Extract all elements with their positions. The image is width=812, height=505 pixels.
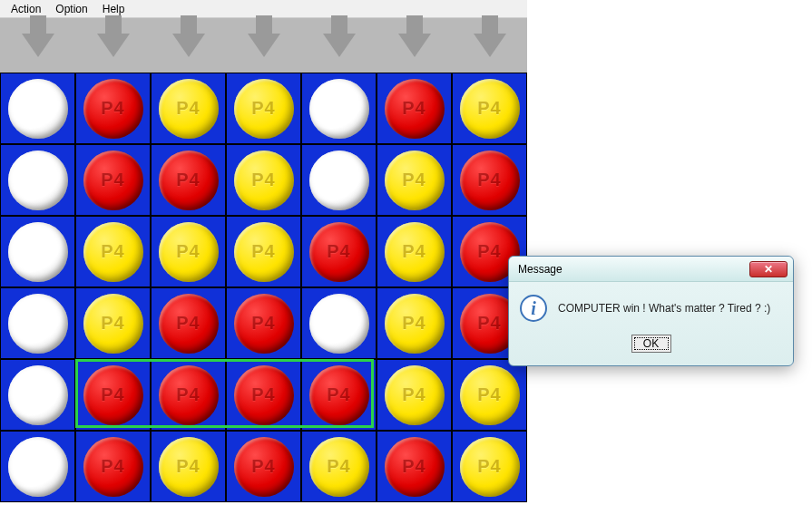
drop-column-6[interactable] — [452, 18, 527, 73]
board-cell: P4 — [301, 359, 377, 431]
drop-column-3[interactable] — [226, 18, 301, 73]
yellow-disc: P4 — [83, 222, 143, 282]
board-cell: P4 — [301, 431, 377, 502]
red-disc: P4 — [309, 222, 369, 282]
dialog-title: Message — [518, 263, 563, 276]
disc-label: P4 — [402, 170, 426, 190]
arrow-down-icon — [474, 34, 506, 57]
dialog-titlebar[interactable]: Message ✕ — [509, 257, 793, 282]
disc-label: P4 — [176, 456, 200, 477]
message-dialog: Message ✕ i COMPUTER win ! What's matter… — [508, 256, 794, 366]
board-cell: P4 — [377, 144, 452, 216]
yellow-disc: P4 — [159, 79, 219, 139]
yellow-disc: P4 — [234, 151, 294, 210]
disc-label: P4 — [402, 456, 426, 477]
board-row: P4P4P4P4P4P4P4 — [0, 216, 527, 287]
empty-slot: P4 — [8, 294, 68, 354]
disc-label: P4 — [477, 170, 501, 190]
yellow-disc: P4 — [385, 222, 445, 282]
yellow-disc: P4 — [460, 365, 520, 425]
disc-label: P4 — [402, 384, 426, 405]
drop-column-4[interactable] — [301, 18, 377, 73]
disc-label: P4 — [176, 170, 200, 190]
red-disc: P4 — [83, 365, 143, 425]
board-cell: P4 — [151, 73, 226, 144]
disc-label: P4 — [176, 98, 200, 119]
empty-slot: P4 — [8, 365, 68, 425]
disc-label: P4 — [477, 98, 501, 119]
disc-label: P4 — [251, 456, 275, 477]
board-cell: P4 — [377, 73, 452, 144]
menu-help[interactable]: Help — [95, 1, 132, 17]
board-cell: P4 — [377, 216, 452, 287]
red-disc: P4 — [159, 294, 219, 354]
empty-slot: P4 — [8, 151, 68, 210]
red-disc: P4 — [83, 79, 143, 139]
empty-slot: P4 — [8, 222, 68, 282]
empty-slot: P4 — [309, 294, 369, 354]
yellow-disc: P4 — [234, 222, 294, 282]
board-cell: P4 — [75, 144, 151, 216]
disc-label: P4 — [251, 98, 275, 119]
arrow-down-icon — [22, 34, 54, 57]
drop-column-2[interactable] — [151, 18, 226, 73]
disc-label: P4 — [101, 313, 124, 334]
disc-label: P4 — [477, 241, 501, 262]
board-cell: P4 — [0, 144, 75, 216]
board-cell: P4 — [0, 287, 75, 359]
board-cell: P4 — [0, 216, 75, 287]
drop-column-0[interactable] — [0, 18, 75, 73]
disc-label: P4 — [477, 313, 501, 334]
red-disc: P4 — [234, 437, 294, 497]
board-cell: P4 — [75, 287, 151, 359]
disc-label: P4 — [101, 170, 124, 190]
yellow-disc: P4 — [159, 222, 219, 282]
disc-label: P4 — [101, 456, 124, 477]
menu-action[interactable]: Action — [4, 1, 48, 17]
empty-slot: P4 — [309, 79, 369, 139]
board-cell: P4 — [452, 359, 527, 431]
disc-label: P4 — [176, 384, 200, 405]
board-cell: P4 — [301, 144, 377, 216]
drop-column-5[interactable] — [377, 18, 452, 73]
board-cell: P4 — [0, 431, 75, 502]
board-grid: P4P4P4P4P4P4P4P4P4P4P4P4P4P4P4P4P4P4P4P4… — [0, 73, 527, 502]
arrow-down-icon — [323, 34, 356, 57]
drop-column-1[interactable] — [75, 18, 151, 73]
red-disc: P4 — [385, 437, 445, 497]
menu-option[interactable]: Option — [48, 1, 94, 17]
disc-label: P4 — [101, 384, 124, 405]
ok-button[interactable]: OK — [631, 335, 671, 353]
close-icon[interactable]: ✕ — [749, 261, 788, 277]
yellow-disc: P4 — [83, 294, 143, 354]
disc-label: P4 — [402, 98, 426, 119]
board-cell: P4 — [0, 73, 75, 144]
empty-slot: P4 — [309, 151, 369, 210]
disc-label: P4 — [251, 313, 275, 334]
board-cell: P4 — [151, 216, 226, 287]
red-disc: P4 — [309, 365, 369, 425]
board-cell: P4 — [151, 359, 226, 431]
board-cell: P4 — [75, 431, 151, 502]
board-cell: P4 — [377, 287, 452, 359]
disc-label: P4 — [251, 384, 275, 405]
disc-label: P4 — [402, 241, 426, 262]
info-icon: i — [520, 295, 547, 322]
board-cell: P4 — [151, 287, 226, 359]
red-disc: P4 — [234, 365, 294, 425]
yellow-disc: P4 — [385, 365, 445, 425]
disc-label: P4 — [327, 456, 350, 477]
disc-label: P4 — [101, 241, 124, 262]
red-disc: P4 — [234, 294, 294, 354]
board-cell: P4 — [0, 359, 75, 431]
board-cell: P4 — [226, 73, 301, 144]
disc-label: P4 — [327, 241, 350, 262]
board-cell: P4 — [226, 216, 301, 287]
board-cell: P4 — [226, 359, 301, 431]
drop-row — [0, 18, 527, 73]
disc-label: P4 — [176, 313, 200, 334]
yellow-disc: P4 — [309, 437, 369, 497]
red-disc: P4 — [159, 365, 219, 425]
red-disc: P4 — [83, 151, 143, 210]
red-disc: P4 — [83, 437, 143, 497]
